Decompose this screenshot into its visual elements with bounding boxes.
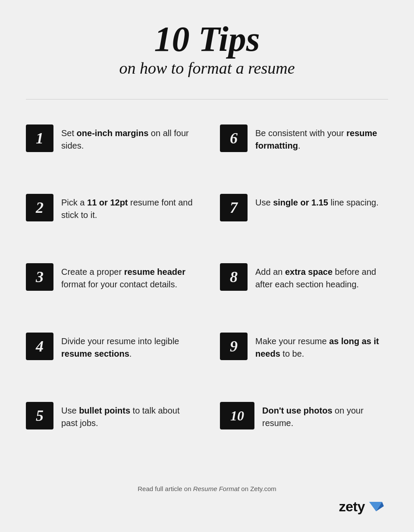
tip-item-9: 9Make your resume as long as it needs to… <box>220 325 388 394</box>
divider <box>26 99 388 100</box>
tip-number-badge-1: 1 <box>26 124 53 152</box>
tip-text-1: Set one-inch margins on all four sides. <box>61 124 194 152</box>
footer-text: Read full article on Resume Format on Ze… <box>26 485 388 492</box>
tip-item-5: 5Use bullet points to talk about past jo… <box>26 394 194 464</box>
zety-wordmark: zety <box>339 499 365 515</box>
tip-item-1: 1Set one-inch margins on all four sides. <box>26 117 194 186</box>
tip-number-badge-8: 8 <box>220 263 248 291</box>
tip-item-6: 6Be consistent with your resume formatti… <box>220 117 388 186</box>
tip-number-badge-9: 9 <box>220 333 248 360</box>
tip-number-badge-3: 3 <box>26 263 53 291</box>
tip-text-3: Create a proper resume header format for… <box>61 263 194 291</box>
tip-item-10: 10Don't use photos on your resume. <box>220 394 388 464</box>
tip-number-badge-6: 6 <box>220 124 248 152</box>
footer: Read full article on Resume Format on Ze… <box>26 485 388 515</box>
zety-logo: zety <box>26 498 388 515</box>
subtitle: on how to format a resume <box>119 59 295 78</box>
tip-item-2: 2Pick a 11 or 12pt resume font and stick… <box>26 186 194 255</box>
tip-item-4: 4Divide your resume into legible resume … <box>26 325 194 394</box>
tip-text-9: Make your resume as long as it needs to … <box>255 333 388 360</box>
zety-icon <box>367 498 384 515</box>
tip-text-10: Don't use photos on your resume. <box>262 402 388 429</box>
tip-number-badge-4: 4 <box>26 333 53 360</box>
tips-grid: 1Set one-inch margins on all four sides.… <box>26 117 388 464</box>
tip-item-3: 3Create a proper resume header format fo… <box>26 255 194 325</box>
tip-text-4: Divide your resume into legible resume s… <box>61 333 194 360</box>
tip-item-7: 7Use single or 1.15 line spacing. <box>220 186 388 255</box>
tip-number-badge-7: 7 <box>220 194 248 221</box>
tip-item-8: 8Add an extra space before and after eac… <box>220 255 388 325</box>
tip-text-8: Add an extra space before and after each… <box>255 263 388 291</box>
tip-text-6: Be consistent with your resume formattin… <box>255 124 388 152</box>
tip-text-5: Use bullet points to talk about past job… <box>61 402 194 429</box>
tip-number-badge-10: 10 <box>220 402 254 429</box>
tip-number-badge-2: 2 <box>26 194 53 221</box>
main-title: 10 Tips <box>119 22 295 57</box>
tip-text-7: Use single or 1.15 line spacing. <box>255 194 379 209</box>
tip-text-2: Pick a 11 or 12pt resume font and stick … <box>61 194 194 221</box>
page-header: 10 Tips on how to format a resume <box>119 22 295 78</box>
tip-number-badge-5: 5 <box>26 402 53 429</box>
